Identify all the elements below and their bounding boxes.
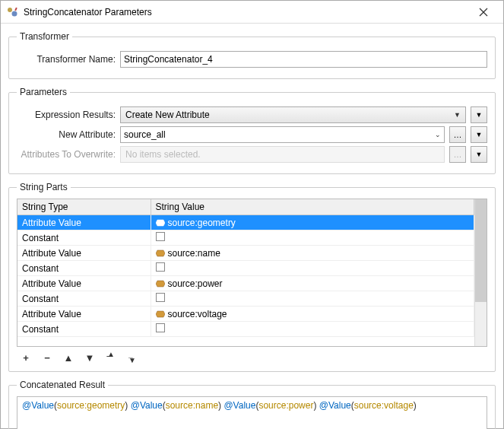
col-string-type[interactable]: String Type	[17, 199, 151, 215]
scrollbar-thumb[interactable]	[475, 199, 487, 302]
new-attribute-label: New Attribute:	[17, 129, 116, 140]
remove-row-button[interactable]: −	[41, 351, 53, 364]
new-attribute-combo[interactable]: source_all ⌄	[120, 126, 445, 143]
string-parts-group: String Parts String Type String Value At…	[8, 182, 496, 372]
cell-string-type[interactable]: Constant	[17, 322, 151, 337]
close-icon	[479, 8, 488, 17]
table-row[interactable]: Attribute Valuesource:geometry	[17, 215, 474, 230]
attributes-to-overwrite-label: Attributes To Overwrite:	[17, 149, 116, 160]
dialog-window: StringConcatenator Parameters Transforme…	[0, 0, 504, 429]
attributes-to-overwrite-menu-button[interactable]: ▼	[471, 146, 487, 163]
cell-string-value[interactable]: source:voltage	[151, 307, 474, 322]
cell-string-type[interactable]: Constant	[17, 230, 151, 246]
result-group: Concatenated Result @Value(source:geomet…	[8, 380, 496, 429]
new-attribute-menu-button[interactable]: ▼	[471, 126, 487, 143]
constant-box-icon	[156, 262, 165, 272]
cell-string-type[interactable]: Attribute Value	[17, 307, 151, 322]
cell-string-value[interactable]: source:geometry	[151, 215, 474, 230]
expression-results-label: Expression Results:	[17, 110, 116, 120]
svg-marker-5	[156, 220, 165, 226]
result-legend: Concatenated Result	[17, 380, 108, 390]
attr-value-text: source:voltage	[168, 309, 227, 319]
window-title: StringConcatenator Parameters	[24, 7, 468, 17]
transformer-name-label: Transformer Name:	[17, 54, 116, 65]
expression-results-combo[interactable]: Create New Attribute ▼	[120, 106, 466, 123]
chevron-down-icon: ⌄	[435, 131, 441, 138]
transformer-group: Transformer Transformer Name:	[8, 31, 496, 79]
cell-string-value[interactable]	[151, 261, 474, 276]
move-down-button[interactable]: ▼	[84, 351, 96, 364]
titlebar: StringConcatenator Parameters	[1, 1, 503, 24]
move-top-button[interactable]: ▲‾	[105, 351, 117, 364]
svg-marker-7	[156, 281, 165, 287]
table-row[interactable]: Attribute Valuesource:power	[17, 276, 474, 291]
cell-string-value[interactable]: source:name	[151, 246, 474, 261]
close-button[interactable]	[468, 2, 499, 23]
cell-string-value[interactable]: source:power	[151, 276, 474, 291]
ellipsis-icon: …	[454, 130, 462, 139]
table-row[interactable]: Attribute Valuesource:voltage	[17, 307, 474, 322]
string-parts-table-wrap: String Type String Value Attribute Value…	[17, 199, 487, 347]
table-row[interactable]: Constant	[17, 322, 474, 337]
cell-string-type[interactable]: Attribute Value	[17, 276, 151, 291]
vertical-scrollbar[interactable]	[474, 199, 487, 346]
result-preview[interactable]: @Value(source:geometry) @Value(source:na…	[17, 396, 487, 429]
svg-point-1	[12, 11, 17, 16]
cell-string-type[interactable]: Constant	[17, 261, 151, 276]
cell-string-type[interactable]: Attribute Value	[17, 215, 151, 230]
table-row[interactable]: Constant	[17, 261, 474, 276]
cell-string-type[interactable]: Constant	[17, 291, 151, 307]
constant-box-icon	[156, 232, 165, 241]
parameters-legend: Parameters	[17, 87, 70, 97]
constant-box-icon	[156, 293, 165, 302]
parameters-group: Parameters Expression Results: Create Ne…	[8, 87, 496, 174]
new-attribute-browse-button[interactable]: …	[449, 126, 466, 143]
expression-results-menu-button[interactable]: ▼	[471, 106, 487, 123]
cell-string-value[interactable]	[151, 322, 474, 337]
ellipsis-icon: …	[454, 150, 462, 159]
constant-box-icon	[156, 323, 165, 332]
attr-value-text: source:power	[168, 278, 223, 289]
table-row[interactable]: Constant	[17, 230, 474, 246]
new-attribute-value: source_all	[124, 129, 166, 140]
string-parts-legend: String Parts	[17, 182, 71, 192]
transformer-legend: Transformer	[17, 31, 72, 42]
transformer-icon	[7, 6, 19, 18]
move-up-button[interactable]: ▲	[62, 351, 74, 364]
svg-marker-6	[156, 250, 165, 256]
cell-string-value[interactable]	[151, 230, 474, 246]
chevron-down-icon: ▼	[454, 111, 461, 119]
attr-value-text: source:name	[168, 248, 220, 259]
svg-rect-2	[14, 7, 17, 10]
expression-results-value: Create New Attribute	[125, 110, 210, 120]
chevron-down-icon: ▼	[476, 131, 483, 138]
add-row-button[interactable]: +	[20, 351, 32, 364]
chevron-down-icon: ▼	[476, 111, 483, 119]
attributes-to-overwrite-field: No items selected.	[120, 146, 445, 163]
string-parts-toolbar: + − ▲ ▼ ▲‾ _▼	[17, 347, 487, 364]
cell-string-type[interactable]: Attribute Value	[17, 246, 151, 261]
table-row[interactable]: Attribute Valuesource:name	[17, 246, 474, 261]
move-bottom-button[interactable]: _▼	[126, 351, 138, 364]
attributes-to-overwrite-browse-button: …	[449, 146, 466, 163]
svg-point-0	[8, 8, 12, 12]
transformer-name-input[interactable]	[120, 51, 487, 68]
string-parts-table[interactable]: String Type String Value Attribute Value…	[17, 199, 474, 337]
svg-marker-8	[156, 311, 165, 317]
chevron-down-icon: ▼	[476, 151, 483, 158]
attr-value-text: source:geometry	[168, 218, 236, 228]
table-row[interactable]: Constant	[17, 291, 474, 307]
col-string-value[interactable]: String Value	[151, 199, 474, 215]
cell-string-value[interactable]	[151, 291, 474, 307]
